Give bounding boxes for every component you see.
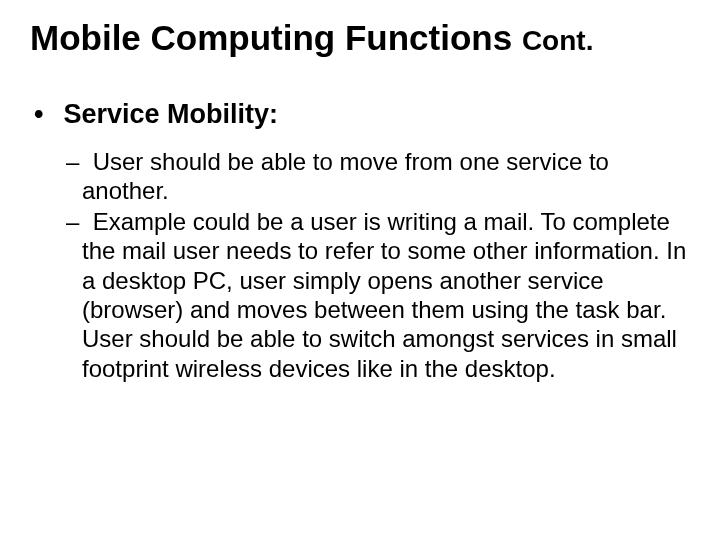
- slide: Mobile Computing Functions Cont. Service…: [0, 0, 720, 540]
- slide-title: Mobile Computing Functions Cont.: [30, 18, 690, 58]
- section-heading: Service Mobility:: [30, 98, 690, 130]
- title-cont: Cont.: [522, 25, 594, 56]
- list-item-text: User should be able to move from one ser…: [82, 148, 609, 204]
- list-item: User should be able to move from one ser…: [30, 147, 690, 206]
- title-main: Mobile Computing Functions: [30, 18, 522, 57]
- list-item-text: Example could be a user is writing a mai…: [82, 208, 686, 381]
- section-heading-text: Service Mobility:: [64, 99, 279, 129]
- list-item: Example could be a user is writing a mai…: [30, 207, 690, 383]
